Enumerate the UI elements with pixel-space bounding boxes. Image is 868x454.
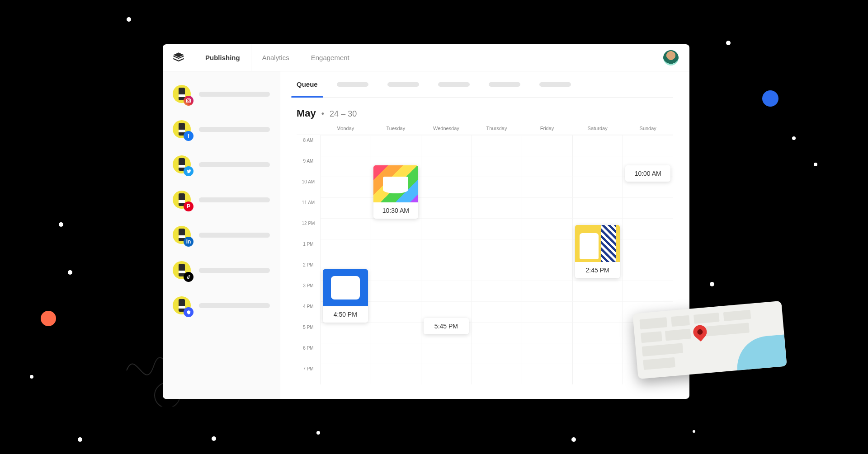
day-header: Thursday <box>472 126 522 131</box>
separator: • <box>321 109 324 119</box>
account-linkedin[interactable]: in <box>173 226 270 244</box>
time-label: 8 AM <box>297 135 320 156</box>
decoration-dot <box>127 17 131 22</box>
month-label: May <box>297 108 316 119</box>
day-header: Friday <box>522 126 572 131</box>
decoration-dot <box>78 437 82 442</box>
decoration-dot <box>30 375 33 379</box>
nav-tab-publishing[interactable]: Publishing <box>194 44 251 71</box>
time-label: 12 PM <box>297 218 320 239</box>
subtabs: Queue <box>297 71 673 98</box>
map-illustration <box>632 301 787 379</box>
subtab-placeholder[interactable] <box>387 71 419 97</box>
post-time: 10:00 AM <box>625 165 670 182</box>
account-avatar: P <box>173 191 191 209</box>
app-logo[interactable] <box>163 44 194 71</box>
account-google[interactable] <box>173 296 270 314</box>
decoration-dot <box>59 222 63 227</box>
account-avatar <box>173 261 191 279</box>
scheduled-post[interactable]: 4:50 PM <box>323 269 368 323</box>
scheduled-post[interactable]: 5:45 PM <box>424 318 469 334</box>
main-content: Queue May • 24 – 30 Monday Tuesday Wedne… <box>280 71 689 399</box>
day-header: Monday <box>320 126 371 131</box>
top-nav: Publishing Analytics Engagement <box>163 44 689 71</box>
scheduled-post[interactable]: 2:45 PM <box>575 225 620 278</box>
decoration-dot <box>710 282 714 286</box>
nav-tab-analytics[interactable]: Analytics <box>251 44 300 71</box>
decoration-dot <box>693 430 695 433</box>
map-water <box>735 335 787 370</box>
time-label: 9 AM <box>297 156 320 177</box>
post-thumbnail <box>373 165 419 202</box>
post-time: 2:45 PM <box>575 262 620 278</box>
account-name-placeholder <box>199 268 270 273</box>
subtab-placeholder[interactable] <box>539 71 571 97</box>
facebook-icon: f <box>184 131 193 141</box>
decoration-dot <box>814 163 817 166</box>
nav-tabs: Publishing Analytics Engagement <box>194 44 360 71</box>
subtab-placeholder[interactable] <box>337 71 368 97</box>
account-name-placeholder <box>199 162 270 167</box>
date-range: 24 – 30 <box>330 109 357 119</box>
svg-point-2 <box>188 100 189 102</box>
account-avatar <box>173 296 191 314</box>
day-header-row: Monday Tuesday Wednesday Thursday Friday… <box>297 126 673 135</box>
subtab-placeholder[interactable] <box>438 71 470 97</box>
account-tiktok[interactable] <box>173 261 270 279</box>
time-label: 10 AM <box>297 177 320 197</box>
buffer-icon <box>172 51 185 64</box>
day-header: Saturday <box>572 126 623 131</box>
svg-point-3 <box>189 99 190 100</box>
subtab-placeholder[interactable] <box>489 71 520 97</box>
decoration-dot <box>41 311 56 326</box>
decoration-dot <box>68 270 72 275</box>
instagram-icon <box>184 96 193 106</box>
post-time: 4:50 PM <box>323 306 368 323</box>
post-time: 5:45 PM <box>424 318 469 334</box>
nav-tab-engagement[interactable]: Engagement <box>300 44 360 71</box>
decoration-dot <box>792 136 796 140</box>
time-label: 7 PM <box>297 364 320 384</box>
post-thumbnail <box>575 225 620 262</box>
account-avatar <box>173 85 191 103</box>
subtab-queue[interactable]: Queue <box>297 71 318 97</box>
account-avatar: in <box>173 226 191 244</box>
account-name-placeholder <box>199 197 270 202</box>
account-facebook[interactable]: f <box>173 120 270 138</box>
map-pin-icon <box>690 323 709 342</box>
time-label: 11 AM <box>297 197 320 218</box>
linkedin-icon: in <box>184 237 193 247</box>
date-header: May • 24 – 30 <box>297 108 673 119</box>
post-time: 10:30 AM <box>373 202 419 219</box>
calendar: Monday Tuesday Wednesday Thursday Friday… <box>297 126 673 384</box>
decoration-dot <box>316 431 320 435</box>
sidebar: f P in <box>163 71 280 399</box>
day-header: Wednesday <box>421 126 472 131</box>
day-header: Sunday <box>623 126 673 131</box>
account-name-placeholder <box>199 303 270 308</box>
user-avatar[interactable] <box>663 50 679 66</box>
pinterest-icon: P <box>184 201 193 211</box>
day-header: Tuesday <box>371 126 421 131</box>
time-label: 3 PM <box>297 281 320 301</box>
scheduled-post[interactable]: 10:30 AM <box>373 165 419 219</box>
time-label: 6 PM <box>297 343 320 364</box>
tiktok-icon <box>184 272 193 282</box>
time-label: 1 PM <box>297 239 320 260</box>
account-twitter[interactable] <box>173 155 270 173</box>
google-icon <box>184 307 193 317</box>
account-pinterest[interactable]: P <box>173 191 270 209</box>
time-label: 4 PM <box>297 301 320 322</box>
decoration-dot <box>212 436 216 441</box>
twitter-icon <box>184 166 193 176</box>
account-name-placeholder <box>199 92 270 97</box>
decoration-dot <box>762 90 778 107</box>
decoration-dot <box>571 437 576 442</box>
decoration-dot <box>726 41 731 45</box>
app-window: Publishing Analytics Engagement f <box>163 44 689 399</box>
account-avatar <box>173 155 191 173</box>
time-label: 2 PM <box>297 260 320 281</box>
account-instagram[interactable] <box>173 85 270 103</box>
events-layer: 10:30 AM 4:50 PM 5:45 PM <box>320 138 673 384</box>
scheduled-post[interactable]: 10:00 AM <box>625 165 670 182</box>
